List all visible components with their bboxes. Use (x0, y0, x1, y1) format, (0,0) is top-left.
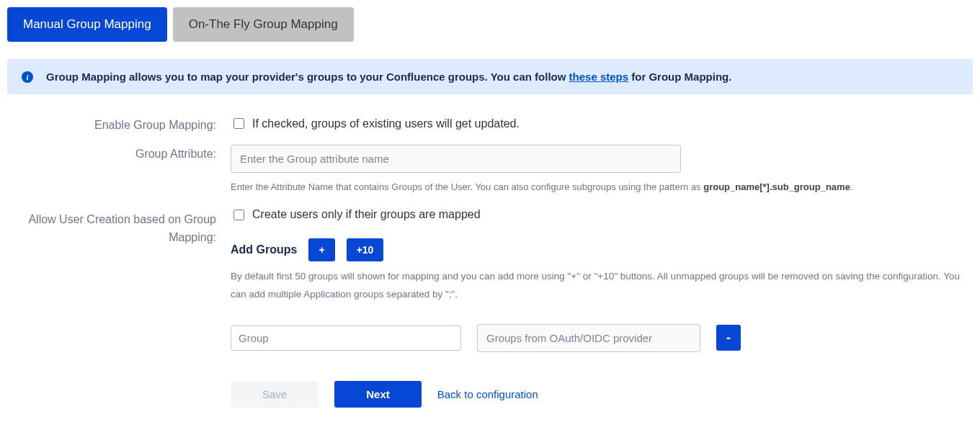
group-attribute-help: Enter the Attribute Name that contains G… (231, 180, 973, 194)
action-button-row: Save Next Back to configuration (231, 381, 973, 408)
group-attribute-help-prefix: Enter the Attribute Name that contains G… (231, 181, 703, 192)
allow-user-creation-checkbox[interactable] (233, 210, 244, 220)
info-banner-prefix: Group Mapping allows you to map your pro… (46, 71, 569, 83)
save-button[interactable]: Save (231, 381, 318, 408)
tab-manual-group-mapping[interactable]: Manual Group Mapping (7, 7, 167, 42)
add-group-plus-button[interactable]: + (308, 238, 334, 261)
form-content: Enable Group Mapping: If checked, groups… (7, 116, 973, 408)
remove-group-row-button[interactable]: - (716, 325, 741, 351)
info-banner: i Group Mapping allows you to map your p… (7, 59, 973, 94)
add-group-plus10-button[interactable]: +10 (347, 238, 384, 261)
allow-user-creation-text: Create users only if their groups are ma… (252, 208, 481, 221)
tab-on-the-fly-group-mapping[interactable]: On-The Fly Group Mapping (173, 7, 354, 42)
group-attribute-label: Group Attribute: (14, 145, 231, 161)
these-steps-link[interactable]: these steps (569, 71, 629, 83)
allow-user-creation-label: Allow User Creation based on Group Mappi… (14, 207, 231, 247)
back-to-configuration-link[interactable]: Back to configuration (437, 388, 538, 400)
group-attribute-input[interactable] (231, 145, 681, 173)
next-button[interactable]: Next (334, 381, 422, 408)
info-icon: i (22, 71, 33, 83)
group-name-input[interactable] (231, 325, 461, 351)
info-banner-suffix: for Group Mapping. (628, 71, 731, 83)
provider-groups-input[interactable] (477, 324, 700, 352)
enable-group-mapping-text: If checked, groups of existing users wil… (252, 117, 520, 130)
add-groups-label: Add Groups (231, 243, 297, 256)
enable-group-mapping-label: Enable Group Mapping: (14, 116, 231, 132)
enable-group-mapping-checkbox[interactable] (233, 118, 244, 129)
add-groups-help: By default first 50 groups will shown fo… (231, 267, 973, 304)
group-attribute-help-suffix: . (850, 181, 853, 192)
tabs: Manual Group Mapping On-The Fly Group Ma… (7, 7, 973, 42)
info-banner-text: Group Mapping allows you to map your pro… (46, 71, 731, 83)
group-attribute-help-bold: group_name[*].sub_group_name (703, 181, 850, 192)
group-mapping-row: - (231, 324, 973, 352)
